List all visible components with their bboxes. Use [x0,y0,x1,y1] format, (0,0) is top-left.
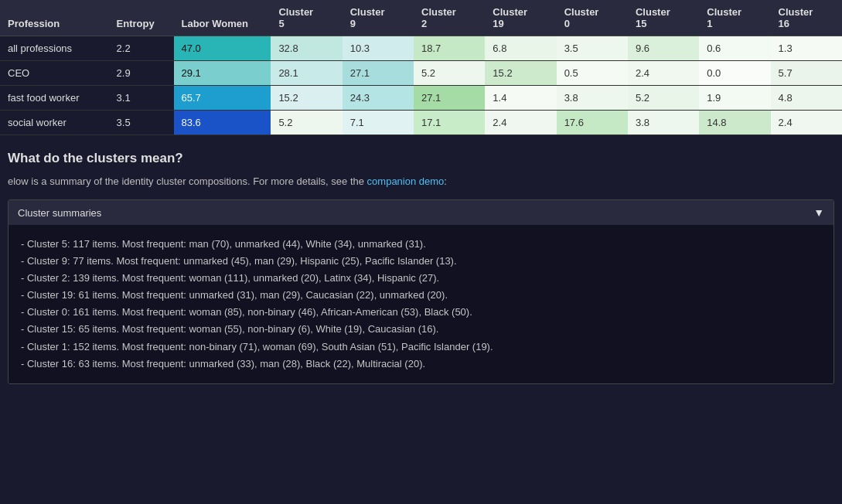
table-row: all professions 2.2 47.0 32.8 10.3 18.7 … [0,36,842,61]
col-header-cluster1: Cluster1 [699,0,770,36]
data-table: Profession Entropy Labor Women Cluster5 … [0,0,842,135]
cell-cluster1: 14.8 [699,111,770,135]
cell-labor-women: 83.6 [174,111,271,135]
cell-cluster15: 2.4 [628,61,699,86]
col-header-cluster9: Cluster9 [343,0,414,36]
col-header-entropy: Entropy [109,0,174,36]
cell-cluster0: 3.8 [557,86,628,111]
col-header-cluster2: Cluster2 [414,0,485,36]
cell-cluster5: 28.1 [271,61,342,86]
cluster-summaries-box: Cluster summaries ▼ - Cluster 5: 117 ite… [8,199,834,384]
cell-cluster5: 15.2 [271,86,342,111]
cluster-summaries-content: - Cluster 5: 117 items. Most frequent: m… [9,225,833,383]
cell-cluster2: 27.1 [414,86,485,111]
cell-entropy: 2.2 [109,36,174,61]
cell-profession: CEO [0,61,109,86]
col-header-profession: Profession [0,0,109,36]
cell-labor-women: 47.0 [174,36,271,61]
cell-cluster9: 27.1 [343,61,414,86]
cluster-summary-text: - Cluster 5: 117 items. Most frequent: m… [21,236,821,373]
cell-cluster15: 9.6 [628,36,699,61]
col-header-cluster0: Cluster0 [557,0,628,36]
cell-labor-women: 29.1 [174,61,271,86]
lower-section: What do the clusters mean? elow is a sum… [0,135,842,392]
cell-cluster5: 32.8 [271,36,342,61]
cell-cluster2: 5.2 [414,61,485,86]
cell-cluster1: 1.9 [699,86,770,111]
table-row: CEO 2.9 29.1 28.1 27.1 5.2 15.2 0.5 2.4 … [0,61,842,86]
section-description: elow is a summary of the identity cluste… [8,175,834,187]
cluster-summaries-header[interactable]: Cluster summaries ▼ [9,200,833,225]
cell-cluster2: 18.7 [414,36,485,61]
col-header-labor-women: Labor Women [174,0,271,36]
table-section: Profession Entropy Labor Women Cluster5 … [0,0,842,135]
table-header-row: Profession Entropy Labor Women Cluster5 … [0,0,842,36]
cell-entropy: 3.1 [109,86,174,111]
table-row: social worker 3.5 83.6 5.2 7.1 17.1 2.4 … [0,111,842,135]
cell-cluster9: 7.1 [343,111,414,135]
chevron-down-icon: ▼ [813,206,824,219]
cell-cluster9: 10.3 [343,36,414,61]
cluster-summaries-label: Cluster summaries [18,207,101,219]
cell-cluster9: 24.3 [343,86,414,111]
cell-cluster0: 0.5 [557,61,628,86]
cell-cluster19: 15.2 [485,61,556,86]
cell-profession: social worker [0,111,109,135]
cell-cluster19: 6.8 [485,36,556,61]
section-desc-text: elow is a summary of the identity cluste… [8,175,364,187]
cell-cluster1: 0.0 [699,61,770,86]
cell-labor-women: 65.7 [174,86,271,111]
col-header-cluster15: Cluster15 [628,0,699,36]
col-header-cluster16: Cluster16 [771,0,842,36]
companion-demo-link[interactable]: companion demo [367,175,445,187]
col-header-cluster19: Cluster19 [485,0,556,36]
cell-profession: all professions [0,36,109,61]
cell-profession: fast food worker [0,86,109,111]
cell-cluster15: 3.8 [628,111,699,135]
cell-cluster19: 2.4 [485,111,556,135]
section-title: What do the clusters mean? [8,151,834,166]
cell-cluster2: 17.1 [414,111,485,135]
cell-entropy: 3.5 [109,111,174,135]
cell-entropy: 2.9 [109,61,174,86]
cell-cluster5: 5.2 [271,111,342,135]
cell-cluster1: 0.6 [699,36,770,61]
cell-cluster15: 5.2 [628,86,699,111]
cell-cluster19: 1.4 [485,86,556,111]
cell-cluster0: 17.6 [557,111,628,135]
link-suffix: : [444,175,447,187]
cell-cluster16: 1.3 [771,36,842,61]
table-row: fast food worker 3.1 65.7 15.2 24.3 27.1… [0,86,842,111]
cell-cluster0: 3.5 [557,36,628,61]
cell-cluster16: 4.8 [771,86,842,111]
cell-cluster16: 5.7 [771,61,842,86]
cell-cluster16: 2.4 [771,111,842,135]
col-header-cluster5: Cluster5 [271,0,342,36]
